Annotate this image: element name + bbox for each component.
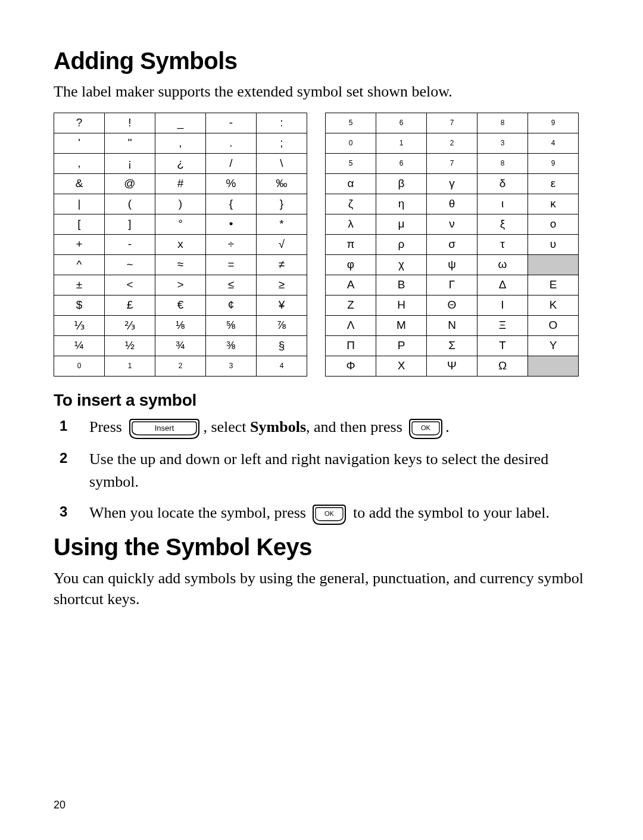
- symbol-cell: x: [155, 234, 206, 254]
- symbol-cell: ω: [477, 254, 528, 275]
- symbol-cell: 6: [376, 113, 427, 133]
- step-text: , select: [203, 418, 250, 435]
- symbol-cell: η: [376, 194, 427, 214]
- symbol-cell: ν: [427, 214, 477, 234]
- symbol-cell: |: [54, 194, 105, 214]
- ok-key-icon: OK: [407, 417, 444, 440]
- symbol-cell: Ζ: [326, 295, 376, 315]
- symbol-cell: ¿: [155, 153, 206, 173]
- symbol-cell: ): [155, 194, 206, 214]
- symbol-cell: ;: [257, 133, 307, 153]
- symbol-cell: ⅔: [105, 315, 155, 335]
- symbol-cell: Ν: [427, 315, 477, 335]
- symbol-cell: [528, 254, 579, 275]
- symbol-cell: Φ: [326, 356, 376, 376]
- steps-list: Press Insert , select Symbols, and then …: [54, 416, 589, 525]
- symbol-cell: Ω: [477, 356, 528, 376]
- ok-key-icon: OK: [311, 503, 348, 525]
- symbol-cell: <: [105, 275, 155, 295]
- symbol-table-right: 567890123456789αβγδεζηθικλμνξοπρστυφχψωΑ…: [325, 113, 579, 377]
- symbol-cell: 9: [528, 153, 579, 173]
- symbol-cell: [: [54, 214, 105, 234]
- symbol-cell: -: [206, 113, 257, 133]
- symbol-cell: §: [257, 335, 307, 356]
- symbol-cell: ,: [54, 153, 105, 173]
- symbol-cell: τ: [477, 234, 528, 254]
- symbol-cell: ≈: [155, 254, 206, 275]
- symbol-cell: ⅓: [54, 315, 105, 335]
- symbols-bold: Symbols: [250, 418, 306, 435]
- symbol-cell: Γ: [427, 275, 477, 295]
- symbol-cell: .: [206, 133, 257, 153]
- symbol-cell: 0: [326, 133, 376, 153]
- symbol-cell: ~: [105, 254, 155, 275]
- symbol-cell: $: [54, 295, 105, 315]
- symbol-cell: /: [206, 153, 257, 173]
- symbol-cell: σ: [427, 234, 477, 254]
- symbol-cell: π: [326, 234, 376, 254]
- symbol-cell: Ε: [528, 275, 579, 295]
- symbol-cell: Υ: [528, 335, 579, 356]
- symbol-cell: €: [155, 295, 206, 315]
- symbol-cell: }: [257, 194, 307, 214]
- symbol-cell: Β: [376, 275, 427, 295]
- subheading-insert-symbol: To insert a symbol: [54, 391, 589, 410]
- symbol-cell: ¢: [206, 295, 257, 315]
- symbol-cell: Ι: [477, 295, 528, 315]
- symbol-cell: 4: [528, 133, 579, 153]
- symbol-cell: Η: [376, 295, 427, 315]
- symbol-cell: ≥: [257, 275, 307, 295]
- symbol-cell: 1: [105, 356, 155, 376]
- symbol-cell: Δ: [477, 275, 528, 295]
- symbol-cell: κ: [528, 194, 579, 214]
- symbol-table-left: ?!_-:'",.;,¡¿/\&@#%‰|(){}[]°•*+-x÷√^~≈=≠…: [54, 113, 307, 377]
- symbol-cell: ': [54, 133, 105, 153]
- symbol-cell: √: [257, 234, 307, 254]
- symbol-cell: ¡: [105, 153, 155, 173]
- symbol-cell: Α: [326, 275, 376, 295]
- ok-key-label: OK: [421, 424, 431, 431]
- intro-paragraph: The label maker supports the extended sy…: [54, 82, 589, 102]
- heading-using-symbol-keys: Using the Symbol Keys: [54, 534, 589, 561]
- symbol-cell: ⅜: [206, 335, 257, 356]
- symbol-cell: Κ: [528, 295, 579, 315]
- insert-key-label: Insert: [155, 424, 174, 433]
- symbol-cell: Θ: [427, 295, 477, 315]
- step-text: to add the symbol to your label.: [349, 504, 550, 521]
- symbol-cell: 3: [206, 356, 257, 376]
- symbol-cell: :: [257, 113, 307, 133]
- ok-key-label: OK: [324, 510, 335, 517]
- symbol-cell: μ: [376, 214, 427, 234]
- symbol-cell: ¥: [257, 295, 307, 315]
- symbol-cell: ,: [155, 133, 206, 153]
- symbol-cell: 1: [376, 133, 427, 153]
- symbol-cell: Ο: [528, 315, 579, 335]
- step-text: When you locate the symbol, press: [89, 504, 310, 521]
- symbol-cell: θ: [427, 194, 477, 214]
- symbol-cell: ]: [105, 214, 155, 234]
- symbol-cell: 2: [155, 356, 206, 376]
- symbol-cell: β: [376, 173, 427, 194]
- symbol-cell: *: [257, 214, 307, 234]
- symbol-cell: !: [105, 113, 155, 133]
- symbol-cell: =: [206, 254, 257, 275]
- symbol-cell: ⅛: [155, 315, 206, 335]
- symbol-cell: Π: [326, 335, 376, 356]
- symbol-cell: 0: [54, 356, 105, 376]
- symbol-cell: χ: [376, 254, 427, 275]
- symbol-cell: γ: [427, 173, 477, 194]
- symbol-cell: Μ: [376, 315, 427, 335]
- step-text: , and then press: [306, 418, 406, 435]
- symbol-cell: Χ: [376, 356, 427, 376]
- symbol-cell: #: [155, 173, 206, 194]
- symbol-cell: α: [326, 173, 376, 194]
- symbol-cell: £: [105, 295, 155, 315]
- symbol-cell: 4: [257, 356, 307, 376]
- symbol-cell: 8: [477, 153, 528, 173]
- symbol-cell: ±: [54, 275, 105, 295]
- symbol-cell: 5: [326, 113, 376, 133]
- symbol-cell: @: [105, 173, 155, 194]
- symbol-cell: Λ: [326, 315, 376, 335]
- symbol-cell: [528, 356, 579, 376]
- symbol-cell: ο: [528, 214, 579, 234]
